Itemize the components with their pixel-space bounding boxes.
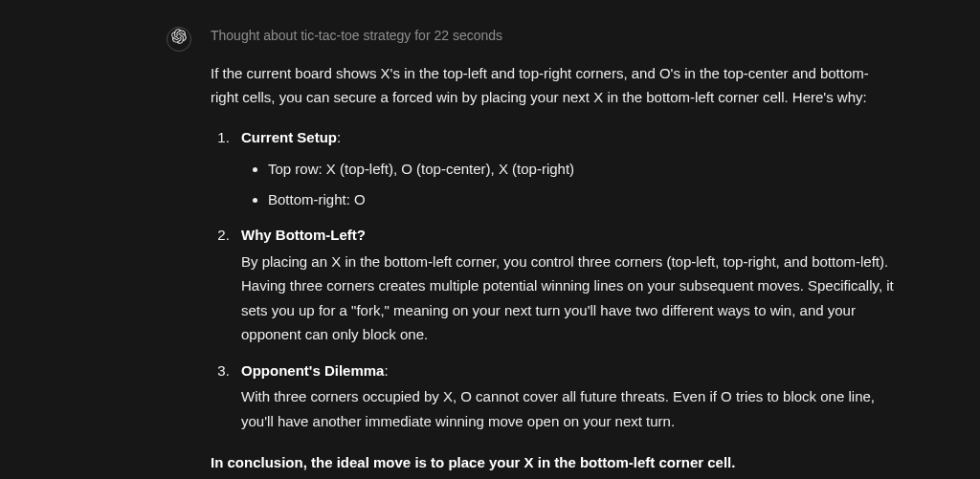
response-intro: If the current board shows X's in the to… [211, 61, 894, 110]
list-item: Opponent's Dilemma: With three corners o… [234, 359, 894, 434]
sub-list-item: Bottom-right: O [268, 187, 894, 212]
list-item-body: By placing an X in the bottom-left corne… [241, 250, 894, 347]
list-item-title: Why Bottom-Left? [241, 227, 366, 243]
list-item-body: With three corners occupied by X, O cann… [241, 384, 894, 433]
assistant-content: Thought about tic-tac-toe strategy for 2… [211, 25, 894, 475]
assistant-avatar [167, 27, 191, 52]
list-item: Current Setup: Top row: X (top-left), O … [234, 125, 894, 212]
thought-indicator[interactable]: Thought about tic-tac-toe strategy for 2… [211, 25, 894, 48]
response-ordered-list: Current Setup: Top row: X (top-left), O … [211, 125, 894, 434]
sub-list-item: Top row: X (top-left), O (top-center), X… [268, 157, 894, 182]
assistant-message: Thought about tic-tac-toe strategy for 2… [0, 25, 980, 475]
list-item-title: Opponent's Dilemma [241, 362, 384, 379]
list-item-title: Current Setup [241, 129, 337, 145]
openai-logo-icon [171, 27, 187, 52]
list-item: Why Bottom-Left? By placing an X in the … [234, 223, 894, 347]
response-conclusion: In conclusion, the ideal move is to plac… [211, 450, 894, 475]
sub-list: Top row: X (top-left), O (top-center), X… [241, 157, 894, 211]
